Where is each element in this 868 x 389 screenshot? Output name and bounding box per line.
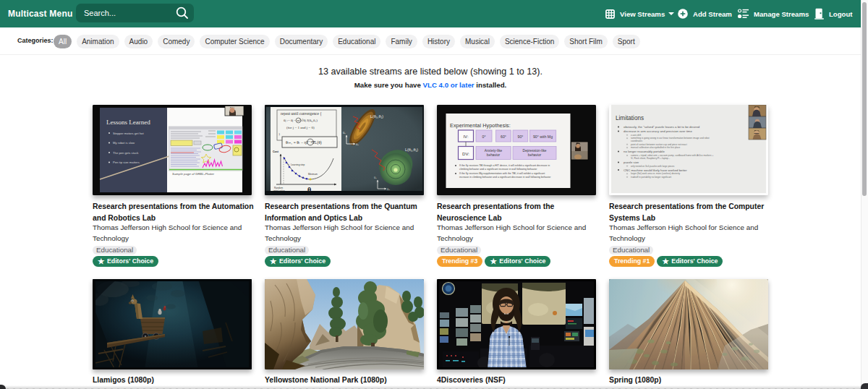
svg-text:no longer reasonably portable: no longer reasonably portable	[624, 150, 665, 153]
svg-text:}: }	[278, 132, 280, 136]
svg-text:L(θ₀,θ₁): L(θ₀,θ₁)	[370, 114, 383, 119]
svg-text:manual calibration also eyebal: manual calibration also eyeballed in the…	[631, 146, 681, 149]
svg-text:CNC machine would likely have: CNC machine would likely have worked bet…	[624, 168, 687, 172]
svg-text:Limitations: Limitations	[616, 115, 644, 121]
svg-text:Sample page of GRBL-Plotter: Sample page of GRBL-Plotter	[172, 172, 215, 176]
svg-text:behavior: behavior	[487, 153, 501, 157]
svg-text:Vi, Flock sheet, Raspberry Pi: Vi, Flock sheet, Raspberry Pi + laptop..…	[631, 157, 671, 160]
svg-text:increase in climbing behavior: increase in climbing behavior and a sign…	[459, 176, 551, 179]
svg-text:My robot is slow: My robot is slow	[113, 141, 135, 145]
svg-text:something is going wrong in ou: something is going wrong in our linear t…	[631, 137, 710, 140]
svg-text:point of contact between sucti: point of contact between suction cup and…	[631, 143, 687, 146]
svg-text:tradeoff in portability no lon: tradeoff in portability no longer signif…	[631, 176, 671, 179]
svg-text:If the fly receives Mg supplem: If the fly receives Mg supplementation w…	[459, 172, 545, 175]
svg-text:Cost: Cost	[273, 150, 279, 153]
svg-text:90°: 90°	[518, 134, 524, 139]
svg-text:Lessons Learned: Lessons Learned	[106, 119, 150, 126]
svg-text:Experimental Hypothesis:: Experimental Hypothesis:	[450, 122, 511, 129]
svg-text:(for j = 1 and j = 0): (for j = 1 and j = 0)	[286, 126, 315, 129]
svg-text:L(θ₀,θ₁): L(θ₀,θ₁)	[405, 148, 418, 152]
svg-text:climbing behavior and a signif: climbing behavior and a significant incr…	[459, 168, 537, 171]
svg-text:behavior: behavior	[528, 153, 542, 157]
svg-text:90° with Mg: 90° with Mg	[533, 134, 553, 139]
svg-text:obviously, the "solved" puzzle: obviously, the "solved" puzzle leaves a …	[624, 125, 700, 129]
svg-text:θₜ₊₁ = θₜ − ηF⁻¹∇L(θ): θₜ₊₁ = θₜ − ηF⁻¹∇L(θ)	[286, 140, 322, 145]
svg-text:repeat until convergence {: repeat until convergence {	[281, 111, 322, 116]
svg-text:puzzle size: puzzle size	[624, 161, 639, 164]
svg-text:larger (flat) work area vs. mo: larger (flat) work area vs. more (useles…	[631, 172, 681, 175]
svg-text:Anxiety-like: Anxiety-like	[485, 149, 503, 153]
svg-text:decrease in arm accuracy and p: decrease in arm accuracy and precision o…	[624, 129, 692, 133]
svg-text:coordinates: coordinates	[631, 140, 642, 142]
svg-text:Minimum: Minimum	[308, 173, 318, 176]
svg-text:Stepper motors get hot: Stepper motors get hot	[113, 132, 144, 135]
svg-text:only tested on 3x4 puzzles wit: only tested on 3x4 puzzles with large pi…	[631, 165, 675, 168]
svg-text:Pen tip size matters: Pen tip size matters	[113, 161, 140, 164]
svg-text:If the fly receives TBI throug: If the fly receives TBI through a HIT de…	[459, 164, 550, 167]
svg-text:The pen gets stuck: The pen gets stuck	[113, 151, 139, 155]
svg-text:θ₀: θ₀	[356, 142, 359, 146]
svg-text:z-axis drift: z-axis drift	[631, 134, 641, 137]
svg-text:Depression-like: Depression-like	[522, 149, 546, 153]
svg-text:θ₀: θ₀	[387, 187, 390, 191]
svg-text:DV:: DV:	[462, 152, 469, 156]
svg-text:IV:: IV:	[463, 134, 468, 139]
svg-text:60°: 60°	[501, 134, 506, 139]
svg-text:Learning step: Learning step	[291, 163, 305, 166]
svg-text:0°: 0°	[482, 134, 486, 139]
